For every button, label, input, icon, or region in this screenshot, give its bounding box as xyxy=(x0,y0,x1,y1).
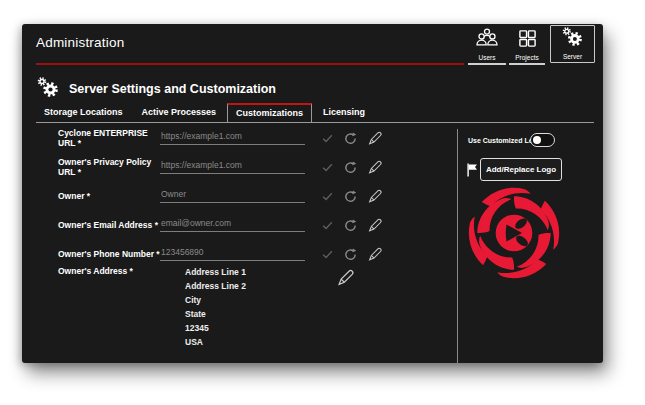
nav-label-server: Server xyxy=(563,53,582,60)
page-title: Administration xyxy=(36,35,124,50)
field-label: Owner * xyxy=(58,191,160,201)
check-icon[interactable] xyxy=(322,134,333,143)
use-customized-logo-toggle[interactable] xyxy=(530,133,555,147)
address-line: Address Line 2 xyxy=(185,279,246,293)
form-row-email: Owner's Email Address * xyxy=(58,214,388,236)
tab-active-processes[interactable]: Active Processes xyxy=(134,103,225,122)
address-line: State xyxy=(185,307,246,321)
refresh-icon[interactable] xyxy=(344,132,357,145)
users-icon xyxy=(474,27,500,52)
pencil-icon[interactable] xyxy=(336,269,354,287)
pencil-icon[interactable] xyxy=(367,247,382,262)
pencil-icon[interactable] xyxy=(367,131,382,146)
nav-item-server[interactable]: Server xyxy=(550,25,595,63)
gears-icon xyxy=(36,76,60,102)
server-gears-icon xyxy=(561,26,584,51)
panel-divider xyxy=(457,129,458,363)
address-value: Address Line 1 Address Line 2 City State… xyxy=(185,265,246,349)
pencil-icon[interactable] xyxy=(367,189,382,204)
nav-label-projects: Projects xyxy=(515,54,538,61)
field-label: Cyclone ENTERPRISE URL * xyxy=(58,128,160,148)
refresh-icon[interactable] xyxy=(344,219,357,232)
form-row-owner: Owner * xyxy=(58,185,388,207)
tab-licensing[interactable]: Licensing xyxy=(315,103,373,122)
flag-icon xyxy=(466,163,478,181)
enterprise-url-input[interactable] xyxy=(160,131,305,145)
add-replace-logo-button[interactable]: Add/Replace Logo xyxy=(480,158,562,181)
section-title: Server Settings and Customization xyxy=(69,82,276,96)
title-divider xyxy=(36,63,464,65)
email-input[interactable] xyxy=(160,218,305,232)
owner-input[interactable] xyxy=(160,189,305,203)
address-line: City xyxy=(185,293,246,307)
projects-icon xyxy=(518,29,537,52)
privacy-url-input[interactable] xyxy=(160,160,305,174)
address-line: USA xyxy=(185,335,246,349)
field-label: Owner's Privacy Policy URL * xyxy=(58,157,160,177)
check-icon[interactable] xyxy=(322,250,333,259)
field-label: Owner's Phone Number * xyxy=(58,249,160,259)
refresh-icon[interactable] xyxy=(344,248,357,261)
field-label-address: Owner's Address * xyxy=(58,266,133,276)
toggle-knob xyxy=(533,136,541,144)
tab-bar: Storage Locations Active Processes Custo… xyxy=(36,103,376,122)
phone-input[interactable] xyxy=(160,247,305,261)
cyclone-logo xyxy=(467,186,561,280)
address-line: Address Line 1 xyxy=(185,265,246,279)
nav-item-projects[interactable]: Projects xyxy=(509,26,545,65)
admin-window: Administration Users Projects xyxy=(22,24,603,363)
refresh-icon[interactable] xyxy=(344,190,357,203)
form-row-privacy-url: Owner's Privacy Policy URL * xyxy=(58,156,388,178)
section-heading: Server Settings and Customization xyxy=(36,76,276,102)
tab-storage-locations[interactable]: Storage Locations xyxy=(36,103,131,122)
form-row-enterprise-url: Cyclone ENTERPRISE URL * xyxy=(58,127,388,149)
pencil-icon[interactable] xyxy=(367,218,382,233)
nav-label-users: Users xyxy=(479,54,496,61)
pencil-icon[interactable] xyxy=(367,160,382,175)
check-icon[interactable] xyxy=(322,163,333,172)
check-icon[interactable] xyxy=(322,221,333,230)
field-label: Owner's Email Address * xyxy=(58,220,160,230)
nav-item-users[interactable]: Users xyxy=(468,26,506,65)
form-row-phone: Owner's Phone Number * xyxy=(58,243,388,265)
refresh-icon[interactable] xyxy=(344,161,357,174)
tab-divider xyxy=(36,122,594,123)
address-line: 12345 xyxy=(185,321,246,335)
check-icon[interactable] xyxy=(322,192,333,201)
tab-customizations[interactable]: Customizations xyxy=(227,103,312,122)
